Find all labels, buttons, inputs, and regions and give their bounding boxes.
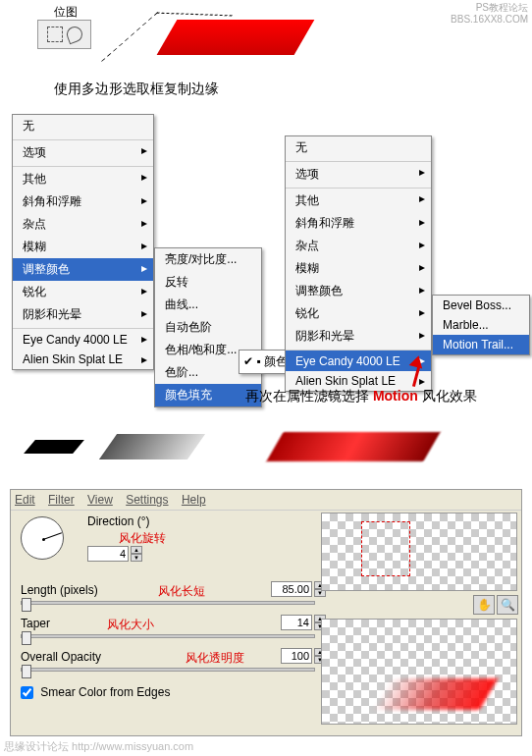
hand-tool-icon[interactable]: ✋	[473, 595, 495, 615]
top-illustration: 位图 使用多边形选取框复制边缘	[0, 0, 532, 98]
polygon-lasso-icon[interactable]	[64, 25, 84, 45]
taper-slider[interactable]	[21, 634, 315, 638]
menu4-bevel-label: 斜角和浮雕	[295, 216, 354, 230]
menu4-sharpen[interactable]: 锐化▸	[286, 302, 431, 325]
menu4-bevel[interactable]: 斜角和浮雕▸	[286, 212, 431, 235]
smear-checkbox[interactable]: Smear Color from Edges	[21, 685, 170, 699]
smear-label: Smear Color from Edges	[40, 685, 170, 699]
submenu-bevel-boss[interactable]: Bevel Boss...	[433, 296, 529, 315]
menu4-eye-candy-label: Eye Candy 4000 LE	[295, 354, 400, 368]
adjust-color-submenu: 亮度/对比度... 反转 曲线... 自动色阶 色相/饱和度... 色阶... …	[154, 247, 262, 407]
menu4-options-label: 选项	[295, 167, 319, 181]
bitmap-label: 位图	[54, 4, 78, 21]
chevron-right-icon: ▸	[141, 306, 147, 320]
menu-none[interactable]: 无	[13, 115, 153, 137]
smear-checkbox-input[interactable]	[21, 686, 33, 699]
chevron-right-icon: ▸	[419, 283, 425, 297]
chevron-right-icon: ▸	[141, 216, 147, 230]
direction-stepper[interactable]: ▲▼	[131, 546, 142, 562]
menu-bevel[interactable]: 斜角和浮雕▸	[13, 190, 153, 213]
chevron-right-icon: ▸	[419, 305, 425, 319]
opacity-input[interactable]	[281, 648, 312, 664]
menu4-noise[interactable]: 杂点▸	[286, 235, 431, 257]
opacity-slider[interactable]	[21, 668, 315, 672]
menu-adjust-color-label: 调整颜色	[23, 262, 70, 276]
length-note: 风化长短	[158, 583, 205, 600]
menu4-other-label: 其他	[295, 193, 319, 207]
length-input[interactable]	[271, 581, 312, 597]
length-slider[interactable]	[21, 601, 315, 605]
menu-noise[interactable]: 杂点▸	[13, 213, 153, 236]
menu4-shadow-glow[interactable]: 阴影和光晕▸	[286, 325, 431, 348]
chevron-right-icon: ▸	[141, 261, 147, 275]
caption-copy-edge: 使用多边形选取框复制边缘	[54, 81, 219, 98]
chevron-right-icon: ▸	[141, 352, 147, 366]
menu-other[interactable]: 其他▸	[13, 166, 153, 190]
menu4-sharpen-label: 锐化	[295, 306, 319, 320]
chevron-right-icon: ▸	[141, 193, 147, 207]
bitmap-toolbox	[37, 20, 91, 49]
direction-label: Direction (°)	[87, 514, 149, 528]
chevron-right-icon: ▸	[141, 170, 147, 184]
check-icon: ✔ ▪	[243, 354, 264, 368]
taper-note: 风化大小	[107, 617, 154, 633]
direction-dial[interactable]	[21, 516, 64, 560]
chevron-right-icon: ▸	[419, 191, 425, 205]
menu4-adjust-color-label: 调整颜色	[295, 284, 343, 297]
menu4-options[interactable]: 选项▸	[286, 161, 431, 186]
direction-note: 风化旋转	[119, 530, 166, 547]
menu-noise-label: 杂点	[23, 217, 46, 231]
rectangle-marquee-icon[interactable]	[47, 27, 63, 42]
zoom-tool-icon[interactable]: 🔍	[497, 595, 518, 615]
preview-result[interactable]	[321, 619, 517, 725]
sample-black-slash	[24, 440, 84, 454]
chevron-right-icon: ▸	[141, 143, 147, 157]
preview-panel: ✋ 🔍	[321, 513, 517, 725]
submenu-marble[interactable]: Marble...	[433, 315, 529, 335]
filter-menu-left: 无 选项▸ 其他▸ 斜角和浮雕▸ 杂点▸ 模糊▸ 调整颜色▸ 锐化▸ 阴影和光晕…	[12, 114, 154, 370]
submenu-curves[interactable]: 曲线...	[155, 294, 261, 316]
submenu-motion-trail[interactable]: Motion Trail...	[433, 335, 529, 354]
menu-sharpen[interactable]: 锐化▸	[13, 281, 153, 303]
watermark-bottom: 思缘设计论坛 http://www.missyuan.com	[4, 739, 193, 754]
menu4-blur[interactable]: 模糊▸	[286, 257, 431, 280]
menu-eye-candy-label: Eye Candy 4000 LE	[23, 333, 128, 347]
dialog-menubar: Edit Filter View Settings Help	[11, 490, 521, 511]
opacity-note: 风化透明度	[186, 650, 244, 667]
submenu-brightness-contrast[interactable]: 亮度/对比度...	[155, 248, 261, 271]
sample-gray-gradient	[99, 434, 205, 459]
eye-candy-submenu: Bevel Boss... Marble... Motion Trail...	[432, 295, 530, 355]
menu-blur[interactable]: 模糊▸	[13, 236, 153, 258]
menubar-view[interactable]: View	[87, 493, 113, 507]
chevron-right-icon: ▸	[419, 260, 425, 274]
menu4-other[interactable]: 其他▸	[286, 188, 431, 212]
direction-input[interactable]	[87, 546, 129, 562]
menu4-adjust-color[interactable]: 调整颜色▸	[286, 280, 431, 302]
menu-eye-candy[interactable]: Eye Candy 4000 LE▸	[13, 328, 153, 350]
menu4-none[interactable]: 无	[286, 136, 431, 159]
chevron-right-icon: ▸	[419, 238, 425, 251]
menubar-settings[interactable]: Settings	[126, 493, 168, 507]
menu-bevel-label: 斜角和浮雕	[23, 194, 81, 208]
submenu-auto-levels[interactable]: 自动色阶	[155, 316, 261, 339]
menubar-edit[interactable]: Edit	[15, 493, 35, 507]
result-red-trail	[372, 678, 498, 710]
length-label: Length (pixels)	[21, 583, 98, 597]
menu-options[interactable]: 选项▸	[13, 139, 153, 164]
taper-input[interactable]	[281, 615, 312, 630]
submenu-invert[interactable]: 反转	[155, 271, 261, 294]
preview-original[interactable]	[321, 513, 517, 591]
menu-blur-label: 模糊	[23, 240, 46, 253]
menu4-shadow-glow-label: 阴影和光晕	[295, 329, 354, 343]
annotation-motion-word: Motion	[373, 388, 418, 404]
annotation-pre: 再次在属性滤镜选择	[245, 388, 373, 404]
menubar-help[interactable]: Help	[182, 493, 206, 507]
menubar-filter[interactable]: Filter	[48, 493, 75, 507]
menu-other-label: 其他	[23, 172, 46, 186]
chevron-right-icon: ▸	[419, 328, 425, 342]
menu-alien-skin[interactable]: Alien Skin Splat LE▸	[13, 350, 153, 369]
menu-shadow-glow[interactable]: 阴影和光晕▸	[13, 303, 153, 326]
menu-adjust-color[interactable]: 调整颜色▸	[13, 258, 153, 281]
sample-red-trail	[266, 432, 440, 461]
menu-shadow-glow-label: 阴影和光晕	[23, 307, 81, 321]
